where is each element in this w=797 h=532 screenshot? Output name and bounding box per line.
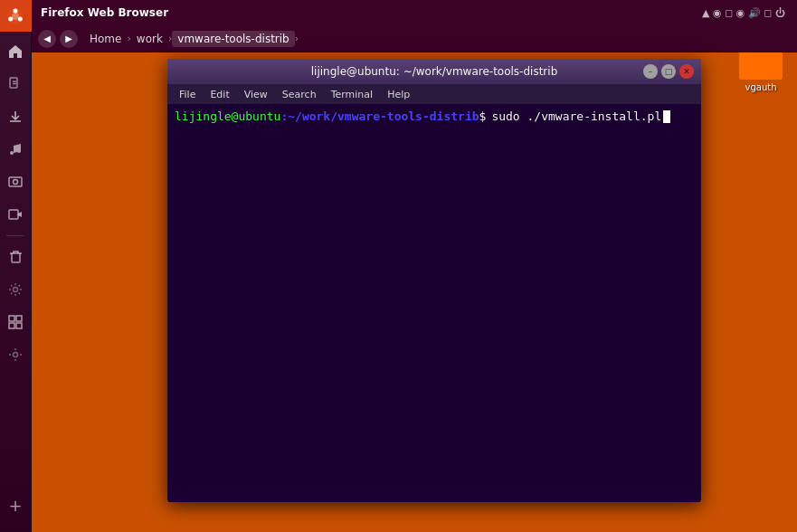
minimize-button[interactable]: – [643, 64, 658, 79]
terminal-menubar: File Edit View Search Terminal Help [167, 84, 701, 104]
terminal-command: sudo ./vmware-install.pl [491, 109, 661, 123]
taskbar: ◀ ▶ Home › work › vmware-tools-distrib › [32, 25, 797, 52]
terminal-cursor [663, 110, 670, 123]
svg-rect-11 [9, 177, 22, 186]
menu-help[interactable]: Help [380, 87, 417, 102]
time-indicator: ▲ ◉ ◻ ◉ 🔊 ◻ ⏻ [697, 7, 790, 19]
app-name: Firefox Web Browser [32, 0, 177, 25]
sidebar-item-home[interactable] [2, 38, 29, 65]
svg-point-10 [17, 149, 21, 153]
breadcrumb-arrow-3: › [295, 33, 299, 44]
terminal-prompt-line: lijingle@ubuntu :~/work/vmware-tools-dis… [175, 109, 694, 123]
svg-point-12 [14, 180, 18, 185]
svg-point-4 [8, 16, 13, 21]
ubuntu-logo[interactable] [0, 0, 32, 32]
sidebar-item-download[interactable] [2, 103, 29, 130]
breadcrumb-home[interactable]: Home [84, 31, 127, 47]
menu-file[interactable]: File [172, 87, 203, 102]
svg-rect-17 [9, 323, 14, 328]
svg-point-9 [10, 151, 14, 155]
top-panel-left: Firefox Web Browser [32, 0, 177, 25]
breadcrumb: Home › work › vmware-tools-distrib › [84, 31, 299, 47]
svg-point-1 [12, 13, 19, 20]
menu-terminal[interactable]: Terminal [324, 87, 381, 102]
sidebar-item-files[interactable] [2, 71, 29, 98]
sidebar-item-music[interactable] [2, 136, 29, 163]
top-panel-right: ▲ ◉ ◻ ◉ 🔊 ◻ ⏻ [697, 7, 797, 19]
sidebar-add-button[interactable]: + [2, 491, 29, 518]
breadcrumb-distrib[interactable]: vmware-tools-distrib [172, 31, 294, 47]
maximize-button[interactable]: □ [661, 64, 676, 79]
svg-point-2 [14, 8, 18, 13]
prompt-dollar: $ [479, 109, 487, 123]
breadcrumb-work[interactable]: work [131, 31, 168, 47]
sidebar-item-video[interactable] [2, 201, 29, 228]
sidebar-item-settings-1[interactable] [2, 276, 29, 303]
terminal-content[interactable]: lijingle@ubuntu :~/work/vmware-tools-dis… [167, 104, 701, 502]
svg-rect-13 [9, 210, 18, 219]
svg-rect-15 [9, 316, 14, 321]
window-controls: – □ ✕ [643, 64, 694, 79]
sidebar-item-workspace[interactable] [2, 309, 29, 336]
nav-forward-button[interactable]: ▶ [60, 30, 78, 48]
svg-rect-16 [16, 316, 22, 321]
prompt-user-host: lijingle@ubuntu [175, 109, 280, 123]
nav-back-button[interactable]: ◀ [38, 30, 56, 48]
sidebar-item-trash[interactable] [2, 243, 29, 271]
sidebar-divider-1 [6, 235, 24, 236]
unity-sidebar: + [0, 0, 32, 532]
terminal-titlebar: lijingle@ubuntu: ~/work/vmware-tools-dis… [167, 59, 701, 84]
close-button[interactable]: ✕ [679, 64, 694, 79]
top-panel: Firefox Web Browser ▲ ◉ ◻ ◉ 🔊 ◻ ⏻ [32, 0, 797, 25]
svg-point-3 [18, 16, 23, 21]
svg-rect-18 [16, 323, 22, 328]
terminal-window: lijingle@ubuntu: ~/work/vmware-tools-dis… [167, 59, 701, 502]
sidebar-item-photos[interactable] [2, 168, 29, 195]
terminal-title: lijingle@ubuntu: ~/work/vmware-tools-dis… [311, 65, 558, 78]
menu-edit[interactable]: Edit [203, 87, 236, 102]
sidebar-item-settings-2[interactable] [2, 341, 29, 368]
svg-rect-5 [10, 78, 17, 88]
folder-label-vgauth: vgauth [745, 82, 777, 92]
menu-search[interactable]: Search [275, 87, 324, 102]
desktop-icons-area: vgauth [725, 0, 797, 532]
svg-point-19 [14, 353, 18, 357]
svg-point-14 [14, 288, 18, 292]
prompt-path: :~/work/vmware-tools-distrib [280, 109, 479, 123]
menu-view[interactable]: View [237, 87, 275, 102]
